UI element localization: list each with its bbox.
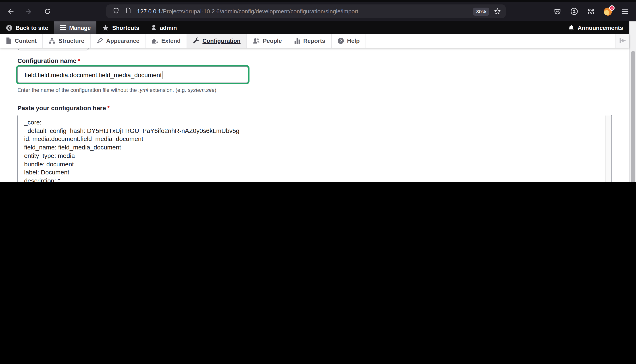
tab-extend[interactable]: Extend xyxy=(146,34,187,48)
announcements-button[interactable]: Announcements xyxy=(562,22,629,34)
manage-label: Manage xyxy=(69,24,91,31)
required-marker: * xyxy=(107,104,110,112)
page-scrollbar[interactable] xyxy=(629,22,636,182)
paste-configuration-label: Paste your configuration here* xyxy=(18,104,629,112)
shortcuts-label: Shortcuts xyxy=(112,24,139,31)
url-host: 127.0.0.1 xyxy=(137,8,161,15)
tab-label: Configuration xyxy=(202,38,240,44)
single-import-form: Configuration name* field.field.media.do… xyxy=(0,48,629,182)
tab-configuration[interactable]: Configuration xyxy=(187,34,247,48)
back-to-site-icon xyxy=(6,24,13,31)
tab-reports[interactable]: Reports xyxy=(288,34,331,48)
user-icon xyxy=(151,24,157,31)
configuration-name-help: Enter the name of the configuration file… xyxy=(18,87,629,93)
puzzle-icon xyxy=(152,38,158,44)
reload-icon[interactable] xyxy=(43,7,52,16)
extensions-puzzle-icon[interactable] xyxy=(587,7,595,16)
configuration-yaml-text: _core: default_config_hash: DY5HtJTxUjFR… xyxy=(18,115,611,182)
configuration-name-input[interactable]: field.field.media.document.field_media_d… xyxy=(18,66,248,83)
back-icon[interactable] xyxy=(6,7,15,16)
account-icon[interactable] xyxy=(570,7,578,16)
collapse-arrow-icon xyxy=(619,37,626,45)
import-form-page: Configuration name* field.field.media.do… xyxy=(0,48,629,182)
announcements-label: Announcements xyxy=(577,24,623,31)
back-to-site-button[interactable]: Back to site xyxy=(0,22,54,34)
shortcuts-tab[interactable]: Shortcuts xyxy=(97,22,145,34)
bar-chart-icon xyxy=(294,38,300,44)
page-viewport: Back to site Manage Shortcuts admin xyxy=(0,22,636,182)
container-extension-icon[interactable] xyxy=(603,7,612,16)
tracking-shield-icon[interactable] xyxy=(113,7,120,16)
drupal-menu-bar: Content Structure Appearance Extend xyxy=(0,34,629,48)
tab-structure[interactable]: Structure xyxy=(43,34,91,48)
textarea-scrollbar[interactable] xyxy=(605,116,611,182)
sitemap-icon xyxy=(49,38,55,44)
forward-icon[interactable] xyxy=(24,7,33,16)
tab-label: People xyxy=(263,38,282,44)
admin-user-tab[interactable]: admin xyxy=(145,22,183,34)
toolbar-collapse-button[interactable] xyxy=(615,34,629,48)
url-text[interactable]: 127.0.0.1/Projects/drupal-10.2.6/admin/c… xyxy=(137,8,358,15)
manage-tab[interactable]: Manage xyxy=(54,22,97,34)
tab-help[interactable]: ? Help xyxy=(331,34,366,48)
configuration-type-select-partial[interactable] xyxy=(18,48,89,50)
configuration-name-value: field.field.media.document.field_media_d… xyxy=(25,71,162,78)
tab-label: Help xyxy=(347,38,359,44)
bookmark-star-icon[interactable] xyxy=(494,8,501,15)
text-caret xyxy=(162,71,163,79)
tab-label: Appearance xyxy=(106,38,140,44)
help-icon: ? xyxy=(337,38,344,44)
configuration-name-label: Configuration name* xyxy=(18,57,629,64)
tab-label: Extend xyxy=(161,38,181,44)
tab-content[interactable]: Content xyxy=(0,34,43,48)
people-icon xyxy=(253,38,260,44)
page-info-icon[interactable] xyxy=(125,7,132,16)
tab-people[interactable]: People xyxy=(247,34,288,48)
drupal-admin-toolbar: Back to site Manage Shortcuts admin xyxy=(0,22,629,34)
document-icon xyxy=(6,38,12,44)
toolbar-right-icons xyxy=(553,7,629,16)
shortcuts-star-icon xyxy=(103,24,109,31)
page-scrollbar-thumb[interactable] xyxy=(631,51,635,182)
blocked-badge xyxy=(609,5,614,10)
zoom-level-badge[interactable]: 80% xyxy=(473,7,489,16)
pocket-icon[interactable] xyxy=(553,7,561,16)
svg-text:?: ? xyxy=(339,38,342,43)
browser-window: 127.0.0.1/Projects/drupal-10.2.6/admin/c… xyxy=(0,0,636,182)
back-to-site-label: Back to site xyxy=(16,24,48,31)
admin-user-label: admin xyxy=(160,24,177,31)
menu-hamburger-icon[interactable] xyxy=(621,7,629,16)
wrench-icon xyxy=(193,38,199,44)
tab-label: Reports xyxy=(303,38,325,44)
required-marker: * xyxy=(78,57,80,64)
manage-menu-icon xyxy=(60,25,66,30)
brush-icon xyxy=(96,38,103,44)
url-path: /Projects/drupal-10.2.6/admin/config/dev… xyxy=(161,8,358,15)
tab-label: Content xyxy=(15,38,37,44)
window-titlebar xyxy=(0,0,636,2)
bell-icon xyxy=(568,24,574,31)
browser-toolbar: 127.0.0.1/Projects/drupal-10.2.6/admin/c… xyxy=(0,2,636,22)
configuration-import-textarea[interactable]: _core: default_config_hash: DY5HtJTxUjFR… xyxy=(18,115,612,182)
tab-appearance[interactable]: Appearance xyxy=(91,34,146,48)
url-bar[interactable]: 127.0.0.1/Projects/drupal-10.2.6/admin/c… xyxy=(106,4,506,18)
tab-label: Structure xyxy=(59,38,84,44)
